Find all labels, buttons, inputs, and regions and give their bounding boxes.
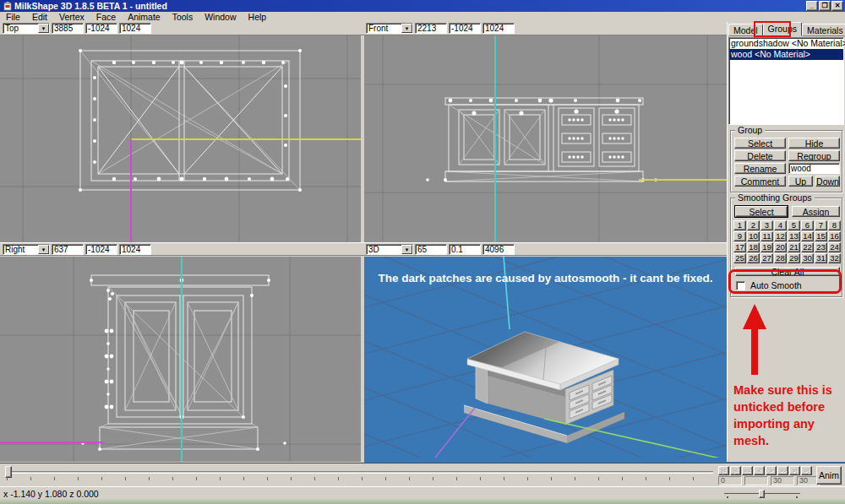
smoothing-number-button[interactable]: 25 (733, 253, 746, 263)
viewport-front-field-1[interactable] (415, 23, 447, 34)
timeline-slider-handle[interactable] (5, 466, 12, 478)
viewport-right-field-1[interactable] (52, 244, 84, 255)
title-bar[interactable]: MilkShape 3D 1.8.5 BETA 1 - untitled _ ❒… (0, 0, 845, 12)
timeline-track[interactable] (7, 471, 713, 474)
smoothing-number-button[interactable]: 13 (788, 231, 800, 241)
anim-frame-field[interactable] (744, 476, 768, 485)
menu-item[interactable]: Tools (166, 12, 199, 22)
viewport-front-mode-select[interactable]: Front ▼ (366, 23, 413, 34)
smoothing-number-button[interactable]: 20 (774, 242, 787, 252)
smoothing-number-button[interactable]: 15 (815, 231, 827, 241)
smoothing-number-button[interactable]: 28 (774, 253, 787, 263)
smoothing-number-button[interactable]: 30 (801, 253, 814, 263)
smoothing-number-button[interactable]: 21 (788, 242, 800, 252)
smoothing-number-button[interactable]: 26 (747, 253, 760, 263)
menu-item[interactable]: File (0, 12, 26, 22)
smoothing-number-button[interactable]: 27 (760, 253, 773, 263)
chevron-down-icon[interactable]: ▼ (401, 245, 412, 254)
groups-list-item[interactable]: groundshadow <No Material> (729, 38, 843, 49)
smoothing-number-button[interactable]: 10 (747, 231, 760, 241)
smoothing-number-button[interactable]: 9 (733, 231, 746, 241)
smoothing-number-button[interactable]: 17 (733, 242, 746, 252)
transport-button[interactable]: << (742, 466, 753, 475)
panel-tab[interactable]: Model (728, 24, 763, 36)
smoothing-number-button[interactable]: 31 (815, 253, 827, 263)
panel-tab[interactable]: Materials (802, 24, 845, 36)
chevron-down-icon[interactable]: ▼ (38, 24, 49, 33)
smoothing-number-button[interactable]: 19 (760, 242, 773, 252)
transport-button[interactable]: |< (730, 466, 741, 475)
group-down-button[interactable]: Down (815, 176, 840, 187)
viewport-top-mode-select[interactable]: Top ▼ (3, 23, 50, 34)
transport-button[interactable]: >| (801, 466, 812, 475)
transport-button[interactable]: < (754, 466, 765, 475)
viewport-front-field-2[interactable] (449, 23, 481, 34)
smoothing-number-button[interactable]: 14 (801, 231, 814, 241)
viewport-3d-mode-select[interactable]: 3D ▼ (366, 244, 413, 255)
anim-frame-field[interactable]: 30 (771, 476, 794, 485)
anim-frame-field[interactable]: 0 (718, 476, 742, 485)
smoothing-number-button[interactable]: 18 (747, 242, 760, 252)
group-delete-button[interactable]: Delete (734, 150, 786, 161)
clear-all-button[interactable]: Clear All (735, 267, 840, 276)
viewport-right-field-3[interactable] (119, 244, 151, 255)
zoom-slider-handle[interactable] (759, 490, 765, 498)
smoothing-number-button[interactable]: 11 (760, 231, 773, 241)
viewport-top-field-2[interactable] (85, 23, 117, 34)
group-up-button[interactable]: Up (788, 176, 813, 187)
group-rename-input[interactable] (788, 163, 840, 174)
chevron-down-icon[interactable]: ▼ (38, 245, 49, 254)
viewport-right-field-2[interactable] (85, 244, 117, 255)
panel-tab[interactable]: Groups (763, 22, 802, 36)
viewport-front-canvas[interactable] (364, 35, 727, 242)
viewport-top-field-1[interactable] (52, 23, 84, 34)
smoothing-number-button[interactable]: 29 (788, 253, 800, 263)
viewport-top-field-3[interactable] (119, 23, 151, 34)
viewport-right-canvas[interactable] (0, 257, 361, 462)
viewport-3d-field-3[interactable] (482, 244, 515, 255)
transport-button[interactable]: |< (718, 466, 729, 475)
close-icon[interactable]: ✕ (831, 1, 843, 11)
smoothing-number-button[interactable]: 32 (828, 253, 841, 263)
auto-smooth-checkbox[interactable] (736, 281, 745, 290)
smoothing-number-button[interactable]: 24 (828, 242, 841, 252)
viewport-3d-canvas[interactable]: The dark patches are caused by autosmoot… (364, 257, 727, 462)
smoothing-number-button[interactable]: 8 (828, 220, 841, 230)
smoothing-number-button[interactable]: 23 (815, 242, 827, 252)
smoothing-select-button[interactable]: Select (735, 206, 788, 217)
viewport-right-mode-select[interactable]: Right ▼ (3, 244, 50, 255)
viewport-front-field-3[interactable] (482, 23, 515, 34)
group-hide-button[interactable]: Hide (788, 138, 840, 149)
transport-button[interactable]: >> (777, 466, 788, 475)
smoothing-number-button[interactable]: 2 (747, 220, 760, 230)
menu-item[interactable]: Edit (26, 12, 53, 22)
menu-item[interactable]: Vertex (53, 12, 90, 22)
group-comment-button[interactable]: Comment (734, 176, 786, 187)
menu-item[interactable]: Animate (122, 12, 166, 22)
smoothing-number-button[interactable]: 3 (760, 220, 773, 230)
viewport-3d-field-1[interactable] (415, 244, 447, 255)
smoothing-number-button[interactable]: 7 (815, 220, 827, 230)
transport-button[interactable]: > (766, 466, 777, 475)
smoothing-number-button[interactable]: 16 (828, 231, 841, 241)
minimize-icon[interactable]: _ (806, 1, 818, 11)
smoothing-number-button[interactable]: 1 (733, 220, 746, 230)
smoothing-number-button[interactable]: 12 (774, 231, 787, 241)
menu-item[interactable]: Face (90, 12, 122, 22)
viewport-top-canvas[interactable] (0, 35, 361, 242)
group-rename-button[interactable]: Rename (734, 163, 786, 174)
viewport-3d-field-2[interactable] (449, 244, 481, 255)
smoothing-number-button[interactable]: 4 (774, 220, 787, 230)
group-regroup-button[interactable]: Regroup (788, 150, 840, 161)
transport-button[interactable]: >| (789, 466, 800, 475)
smoothing-number-button[interactable]: 22 (801, 242, 814, 252)
menu-item[interactable]: Help (243, 12, 273, 22)
anim-toggle-button[interactable]: Anim (816, 466, 842, 485)
groups-list-item[interactable]: wood <No Material> (729, 49, 843, 60)
smoothing-number-button[interactable]: 5 (788, 220, 800, 230)
groups-list[interactable]: groundshadow <No Material>wood <No Mater… (728, 37, 844, 125)
smoothing-number-button[interactable]: 6 (801, 220, 814, 230)
restore-icon[interactable]: ❒ (819, 1, 831, 11)
menu-item[interactable]: Window (199, 12, 242, 22)
smoothing-assign-button[interactable]: Assign (792, 206, 840, 217)
